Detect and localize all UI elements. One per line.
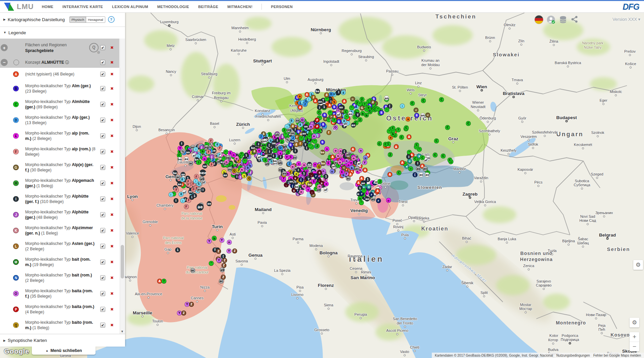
map-marker[interactable]: av — [282, 171, 287, 176]
legend-type-row-M[interactable]: MMorpho-lexikalischer Typ bait (rom. m.)… — [0, 254, 119, 270]
map-marker[interactable]: an — [262, 139, 267, 144]
map-marker[interactable]: F — [184, 204, 189, 209]
map-marker[interactable]: ac — [188, 161, 193, 166]
map-marker[interactable]: bee — [199, 169, 206, 176]
map-marker[interactable]: Y — [219, 238, 224, 243]
map-marker[interactable]: an — [420, 113, 425, 118]
map-marker[interactable]: O — [333, 125, 338, 130]
map-marker[interactable]: 1 — [192, 193, 197, 198]
map-marker[interactable]: A — [375, 189, 380, 194]
map-marker[interactable]: C — [410, 101, 415, 106]
map-marker[interactable]: ^ — [307, 143, 312, 148]
map-marker[interactable]: A — [342, 99, 347, 104]
legend-row-sprachgebiete[interactable]: +Flächen und RegionenSprachgebieteQ✔✖ — [0, 39, 119, 57]
map-marker[interactable]: Q — [247, 176, 252, 181]
legend-visibility-checkbox[interactable]: ✔ — [100, 291, 105, 296]
map-marker[interactable]: C — [439, 97, 444, 102]
map-marker[interactable]: n — [227, 240, 232, 245]
map-marker[interactable]: A — [407, 135, 412, 140]
map-marker[interactable]: B — [320, 122, 326, 127]
map-marker[interactable]: n — [302, 162, 307, 167]
map-marker[interactable]: Z — [222, 258, 227, 263]
map-marker[interactable]: av — [423, 166, 428, 171]
map-marker[interactable]: n — [311, 134, 316, 139]
map-marker[interactable]: y — [242, 173, 247, 178]
map-marker[interactable]: Y — [217, 258, 222, 263]
map-marker[interactable]: a9 — [346, 152, 351, 157]
map-marker[interactable]: 8 — [179, 192, 184, 197]
map-marker[interactable]: C — [399, 135, 404, 140]
map-marker[interactable]: # — [315, 124, 320, 129]
map-marker[interactable]: Z — [221, 275, 226, 280]
map-settings-gear-button[interactable]: ⚙ — [633, 260, 643, 270]
map-marker[interactable]: ? — [332, 117, 337, 122]
map-marker[interactable]: av — [307, 165, 312, 170]
map-marker[interactable]: < — [425, 113, 430, 118]
map-marker[interactable]: C — [413, 156, 418, 161]
map-marker[interactable]: s — [317, 170, 322, 175]
legend-visibility-checkbox[interactable]: ✔ — [100, 275, 105, 280]
map-marker[interactable]: Z — [181, 311, 186, 316]
map-marker[interactable]: ae — [289, 179, 294, 184]
map-marker[interactable]: C — [377, 141, 382, 146]
map-marker[interactable]: 2 — [291, 135, 296, 140]
legend-type-row-Q[interactable]: QMorpho-lexikalischer Typ baito (rom. m.… — [0, 317, 119, 333]
map-marker[interactable]: n — [224, 159, 229, 164]
report-error-link[interactable]: Fehler bei Google Maps melden — [593, 354, 641, 357]
legend-visibility-checkbox[interactable]: ✔ — [100, 212, 105, 217]
legend-remove-button[interactable]: ✖ — [110, 45, 114, 50]
map-marker[interactable]: s — [293, 175, 298, 181]
map-marker[interactable]: F — [209, 162, 214, 167]
legend-visibility-checkbox[interactable]: ✔ — [100, 322, 105, 327]
map-marker[interactable]: I — [296, 167, 301, 172]
map-marker[interactable]: bo — [272, 159, 277, 164]
map-marker[interactable]: O — [300, 117, 305, 122]
map-marker[interactable]: ^ — [312, 139, 317, 144]
map-marker[interactable]: Z — [216, 249, 221, 254]
map-marker[interactable]: b — [212, 236, 217, 241]
info-icon[interactable]: ⓘ — [65, 60, 69, 64]
map-marker[interactable]: Y — [227, 249, 232, 254]
map-marker[interactable]: : — [193, 178, 198, 184]
map-marker[interactable]: C — [383, 142, 388, 147]
legend-scrollbar[interactable]: ▼ — [120, 39, 125, 334]
map-marker[interactable]: ae — [302, 131, 307, 136]
legend-visibility-checkbox[interactable]: ✔ — [100, 244, 105, 249]
map-marker[interactable]: C — [414, 143, 419, 148]
map-marker[interactable]: as — [290, 131, 295, 136]
map-marker[interactable]: C — [448, 158, 453, 163]
map-marker[interactable]: x — [366, 184, 371, 189]
map-marker[interactable]: B — [336, 119, 341, 124]
map-marker[interactable]: 2 — [279, 139, 284, 144]
map-marker[interactable]: B — [332, 104, 337, 109]
map-marker[interactable]: < — [414, 108, 419, 113]
map-marker[interactable]: B — [320, 140, 325, 145]
map-marker[interactable]: bo — [320, 161, 326, 166]
legend-type-row-I[interactable]: IMorpho-lexikalischer Typ Alphütte (ger.… — [0, 191, 119, 207]
map-marker[interactable]: ^ — [209, 261, 214, 266]
map-marker[interactable]: ah — [275, 133, 280, 138]
legend-type-row-J[interactable]: JMorpho-lexikalischer Typ Alphütte (ger.… — [0, 207, 119, 222]
map-marker[interactable]: ao — [317, 99, 323, 104]
map-marker[interactable]: 4 — [294, 142, 299, 147]
map-marker[interactable]: A — [298, 105, 303, 110]
map-marker[interactable]: ag — [225, 155, 230, 160]
nav-item-mitmachen-[interactable]: MITMACHEN! — [227, 5, 252, 9]
map-marker[interactable]: ^ — [359, 200, 364, 205]
map-marker[interactable]: C — [420, 155, 425, 160]
map-marker[interactable]: C — [397, 170, 402, 175]
map-marker[interactable]: F — [194, 174, 199, 179]
map-marker[interactable]: J — [209, 154, 214, 159]
map-marker[interactable]: C — [421, 98, 426, 103]
map-marker[interactable]: ae — [267, 155, 272, 160]
map-marker[interactable]: C — [404, 125, 409, 131]
terms-link[interactable]: Nutzungsbedingungen — [557, 354, 590, 357]
map-marker[interactable]: a — [406, 117, 411, 122]
legend-type-row-B[interactable]: BMorpho-lexikalischer Typ Alm (ger.) (23… — [0, 81, 119, 96]
map-marker[interactable]: n — [308, 124, 313, 129]
map-marker[interactable]: as — [295, 118, 300, 123]
map-marker[interactable]: Y — [284, 155, 289, 160]
map-marker[interactable]: 2 — [263, 157, 268, 162]
map-marker[interactable]: ^ — [299, 136, 304, 141]
map-marker[interactable]: : — [306, 97, 311, 102]
